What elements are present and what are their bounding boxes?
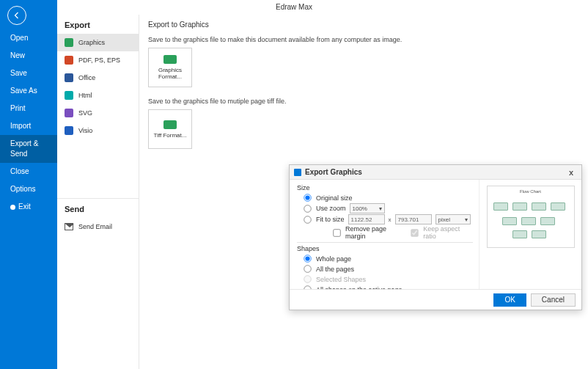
export-type-visio[interactable]: Visio bbox=[57, 122, 139, 139]
tiff-format-icon bbox=[163, 120, 177, 129]
fit-height-input[interactable] bbox=[395, 214, 432, 224]
radio-original-size[interactable] bbox=[304, 194, 311, 201]
check-keep-aspect bbox=[411, 229, 419, 236]
office-icon bbox=[65, 73, 73, 82]
graphics-format-icon bbox=[163, 55, 177, 64]
pdf-icon bbox=[65, 56, 73, 65]
tile-tiff-label: Tiff Format... bbox=[154, 132, 187, 139]
back-button[interactable] bbox=[7, 6, 26, 25]
visio-icon bbox=[65, 126, 73, 135]
svg-icon bbox=[65, 109, 73, 117]
size-heading: Size bbox=[297, 184, 473, 191]
radio-all-pages[interactable] bbox=[304, 265, 311, 272]
dialog-titlebar[interactable]: Export Graphics x bbox=[290, 165, 581, 180]
dialog-footer: OK Cancel bbox=[290, 289, 581, 310]
export-graphics-dialog: Export Graphics x Size Original size Use… bbox=[289, 164, 582, 310]
menu-print[interactable]: Print bbox=[0, 100, 57, 117]
check-remove-margin[interactable] bbox=[333, 229, 340, 236]
menu-exit[interactable]: Exit bbox=[0, 198, 57, 216]
menu-close[interactable]: Close bbox=[0, 163, 57, 180]
instruction-tiff: Save to the graphics file to mutiple pag… bbox=[148, 98, 579, 105]
dialog-icon bbox=[294, 169, 301, 176]
x-separator: x bbox=[389, 216, 392, 223]
export-type-svg[interactable]: SVG bbox=[57, 104, 139, 122]
zoom-combo[interactable]: 100%▾ bbox=[350, 203, 385, 213]
menu-save-as[interactable]: Save As bbox=[0, 82, 57, 100]
radio-selected-shapes bbox=[304, 275, 311, 282]
shapes-heading: Shapes bbox=[297, 245, 473, 252]
dialog-preview-pane: Flow Chart bbox=[479, 180, 581, 289]
page-title: Export to Graphics bbox=[148, 21, 579, 29]
ok-button[interactable]: OK bbox=[493, 293, 526, 307]
html-icon bbox=[65, 91, 73, 100]
export-type-pdf[interactable]: PDF, PS, EPS bbox=[57, 51, 139, 69]
menu-open[interactable]: Open bbox=[0, 29, 57, 47]
export-type-graphics[interactable]: Graphics bbox=[57, 34, 139, 51]
export-heading: Export bbox=[57, 15, 139, 34]
radio-fit-to-size[interactable] bbox=[304, 216, 311, 223]
tile-graphics-format[interactable]: Graphics Format... bbox=[148, 48, 192, 87]
fit-width-input[interactable] bbox=[348, 214, 385, 224]
tile-tiff-format[interactable]: Tiff Format... bbox=[148, 109, 192, 149]
dialog-close-button[interactable]: x bbox=[565, 168, 577, 177]
tile-graphics-label: Graphics Format... bbox=[149, 67, 191, 80]
exit-icon bbox=[10, 205, 15, 210]
send-email[interactable]: Send Email bbox=[57, 218, 139, 235]
menu-export-send[interactable]: Export & Send bbox=[0, 135, 57, 163]
radio-whole-page[interactable] bbox=[304, 255, 311, 262]
app-title-bar: Edraw Max bbox=[0, 0, 588, 15]
export-type-html[interactable]: Html bbox=[57, 87, 139, 104]
envelope-icon bbox=[65, 223, 73, 230]
radio-all-shapes-active[interactable] bbox=[304, 285, 311, 289]
cancel-button[interactable]: Cancel bbox=[531, 293, 576, 307]
preview-canvas: Flow Chart bbox=[487, 186, 575, 248]
dialog-title-text: Export Graphics bbox=[305, 168, 362, 176]
file-menu-sidebar: Open New Save Save As Print Import Expor… bbox=[0, 0, 57, 369]
fit-unit-combo[interactable]: pixel▾ bbox=[436, 214, 471, 224]
preview-title: Flow Chart bbox=[488, 189, 574, 194]
arrow-left-icon bbox=[12, 11, 21, 20]
dialog-options: Size Original size Use zoom 100%▾ Fit to… bbox=[290, 180, 479, 289]
graphics-icon bbox=[65, 38, 73, 47]
radio-use-zoom[interactable] bbox=[304, 205, 311, 212]
send-heading: Send bbox=[57, 199, 139, 218]
instruction-graphics: Save to the graphics file to make this d… bbox=[148, 36, 579, 43]
menu-new[interactable]: New bbox=[0, 47, 57, 65]
menu-options[interactable]: Options bbox=[0, 180, 57, 198]
menu-import[interactable]: Import bbox=[0, 117, 57, 135]
export-type-office[interactable]: Office bbox=[57, 69, 139, 87]
export-type-panel: Export Graphics PDF, PS, EPS Office Html… bbox=[57, 15, 139, 369]
menu-save[interactable]: Save bbox=[0, 65, 57, 82]
